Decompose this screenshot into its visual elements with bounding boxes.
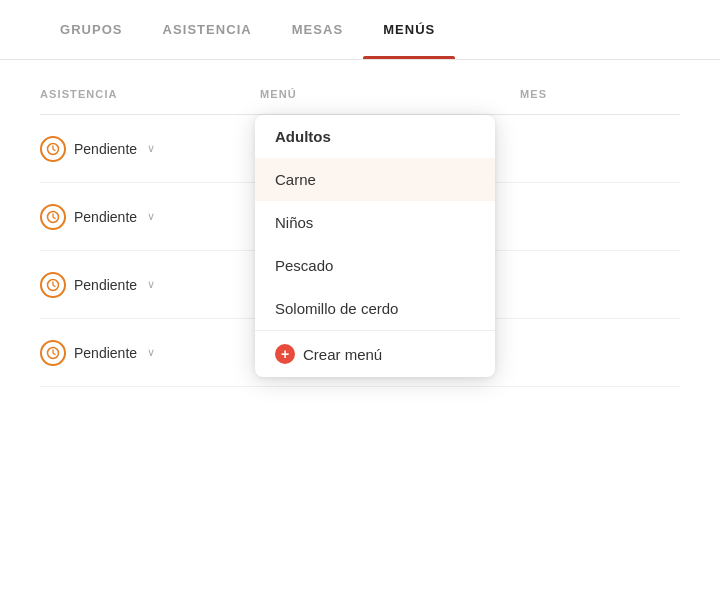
chevron-down-icon: ∨ [147,346,155,359]
col-header-asistencia: ASISTENCIA [40,88,260,100]
asistencia-cell-1[interactable]: Pendiente ∨ [40,136,230,162]
column-headers: ASISTENCIA MENÚ MES [40,60,680,115]
asistencia-cell-4[interactable]: Pendiente ∨ [40,340,230,366]
col-header-mesa: MES [520,88,640,100]
col-header-menu: MENÚ [260,88,520,100]
main-content: ASISTENCIA MENÚ MES Pendiente ∨ Adultos … [0,60,720,387]
pending-label-3: Pendiente [74,277,137,293]
create-menu-label: Crear menú [303,346,382,363]
tab-grupos[interactable]: GRUPOS [40,0,143,59]
tab-mesas[interactable]: MESAS [272,0,363,59]
dropdown-item-adultos[interactable]: Adultos [255,115,495,158]
dropdown-item-solomillo[interactable]: Solomillo de cerdo [255,287,495,330]
pending-label-2: Pendiente [74,209,137,225]
clock-icon [40,340,66,366]
tab-asistencia[interactable]: ASISTENCIA [143,0,272,59]
dropdown-item-ninos[interactable]: Niños [255,201,495,244]
tab-menus[interactable]: MENÚS [363,0,455,59]
chevron-down-icon: ∨ [147,142,155,155]
dropdown-item-pescado[interactable]: Pescado [255,244,495,287]
dropdown-create-menu[interactable]: + Crear menú [255,330,495,377]
dropdown-item-carne[interactable]: Carne [255,158,495,201]
clock-icon [40,204,66,230]
asistencia-cell-3[interactable]: Pendiente ∨ [40,272,230,298]
pending-label-4: Pendiente [74,345,137,361]
create-plus-icon: + [275,344,295,364]
table-row: Pendiente ∨ Adultos Carne Niños Pescado … [40,115,680,183]
pending-label-1: Pendiente [74,141,137,157]
chevron-down-icon: ∨ [147,210,155,223]
clock-icon [40,272,66,298]
clock-icon [40,136,66,162]
asistencia-cell-2[interactable]: Pendiente ∨ [40,204,230,230]
menu-dropdown: Adultos Carne Niños Pescado Solomillo de… [255,115,495,377]
chevron-down-icon: ∨ [147,278,155,291]
top-nav: GRUPOS ASISTENCIA MESAS MENÚS [0,0,720,60]
